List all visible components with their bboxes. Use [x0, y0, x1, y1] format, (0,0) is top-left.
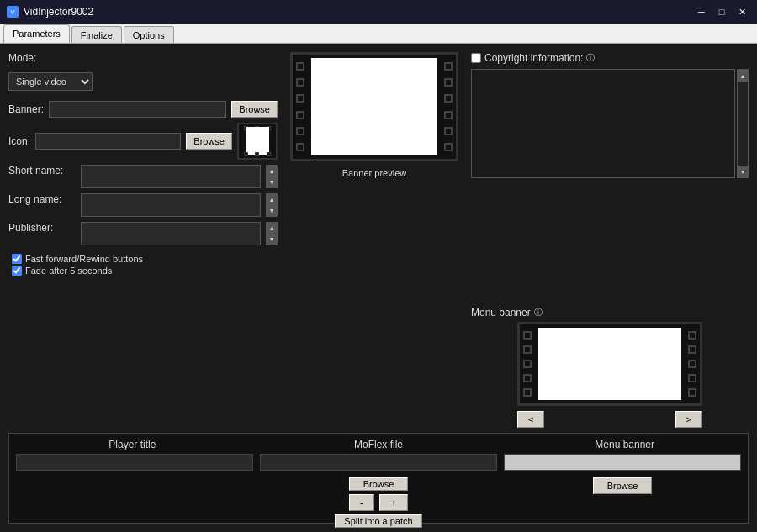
- icon-hole: [267, 152, 271, 156]
- film-hole: [296, 62, 304, 71]
- icon-browse-button[interactable]: Browse: [186, 133, 232, 150]
- minimize-button[interactable]: ─: [693, 5, 710, 18]
- icon-hole: [255, 152, 259, 156]
- scroll-down[interactable]: ▼: [267, 176, 277, 187]
- scroll-down[interactable]: ▼: [267, 234, 277, 245]
- tab-parameters[interactable]: Parameters: [3, 24, 70, 43]
- banner-browse-button[interactable]: Browse: [231, 101, 278, 118]
- moflex-header: MoFlex file: [256, 437, 502, 452]
- menu-banner-prev-button[interactable]: <: [517, 411, 544, 428]
- film-hole: [523, 331, 532, 340]
- right-panel: Copyright information: ⓘ ▲ ▼ Menu banner…: [471, 52, 749, 428]
- scroll-down[interactable]: ▼: [738, 166, 748, 177]
- film-hole: [296, 111, 304, 119]
- film-hole: [523, 345, 532, 354]
- scroll-up[interactable]: ▲: [738, 70, 748, 82]
- long-name-scrollbar[interactable]: ▲ ▼: [266, 193, 278, 217]
- moflex-content: Browse - + Split into a patch: [257, 474, 500, 521]
- short-name-label: Short name:: [8, 165, 76, 176]
- maximize-button[interactable]: □: [713, 5, 730, 18]
- split-patch-button[interactable]: Split into a patch: [335, 514, 421, 528]
- mode-select[interactable]: Single video Multiple videos: [8, 72, 93, 91]
- film-hole: [296, 94, 304, 103]
- menu-banner-col-header: Menu banner: [501, 437, 748, 452]
- film-content: [538, 328, 681, 400]
- short-name-scrollbar[interactable]: ▲ ▼: [266, 165, 278, 188]
- icon-preview: [237, 123, 278, 160]
- scroll-track: [738, 82, 748, 166]
- film-hole: [688, 331, 696, 340]
- moflex-browse-button[interactable]: Browse: [349, 477, 409, 491]
- banner-film-strip: [290, 52, 458, 161]
- film-hole: [444, 78, 453, 87]
- icon-label: Icon:: [8, 135, 30, 147]
- player-title-input[interactable]: [16, 454, 253, 471]
- menu-banner-content: Browse: [500, 474, 744, 521]
- film-hole: [523, 374, 532, 382]
- mode-label: Mode:: [8, 52, 36, 64]
- banner-label: Banner:: [8, 103, 44, 115]
- film-content: [311, 58, 437, 155]
- player-title-header: Player title: [9, 437, 256, 452]
- tab-options[interactable]: Options: [124, 26, 174, 43]
- film-holes-right: [444, 58, 453, 155]
- close-button[interactable]: ✕: [733, 5, 750, 18]
- banner-preview-label: Banner preview: [342, 168, 406, 178]
- bottom-section: Player title MoFlex file Menu banner Bro…: [8, 433, 749, 524]
- menu-banner-input[interactable]: [504, 454, 741, 471]
- fast-forward-checkbox[interactable]: [12, 254, 22, 264]
- icon-hole: [244, 152, 248, 156]
- main-content: Mode: Single video Multiple videos Banne…: [0, 44, 757, 532]
- mode-row: Mode:: [8, 52, 278, 64]
- film-hole: [523, 388, 532, 397]
- player-title-content: [13, 474, 257, 521]
- film-hole: [296, 127, 304, 135]
- plus-button[interactable]: +: [379, 494, 408, 511]
- icon-film-holes-bottom: [241, 152, 274, 156]
- long-name-row: Long name: ▲ ▼: [8, 193, 278, 217]
- short-name-input[interactable]: [81, 165, 261, 188]
- tab-finalize[interactable]: Finalize: [71, 26, 122, 43]
- publisher-scrollbar[interactable]: ▲ ▼: [266, 222, 278, 245]
- left-panel: Mode: Single video Multiple videos Banne…: [8, 52, 278, 428]
- long-name-input[interactable]: [81, 193, 261, 217]
- middle-panel: Banner preview: [286, 52, 463, 428]
- titlebar: V VidInjector9002 ─ □ ✕: [0, 0, 757, 24]
- menu-banner-section: Menu banner ⓘ: [471, 307, 749, 428]
- copyright-textarea[interactable]: [471, 69, 735, 178]
- publisher-input[interactable]: [81, 222, 261, 245]
- copyright-checkbox[interactable]: [471, 53, 481, 63]
- menu-banner-label: Menu banner: [471, 307, 531, 319]
- film-holes-left: [296, 58, 304, 155]
- film-holes-right: [688, 328, 696, 400]
- scroll-up[interactable]: ▲: [267, 223, 277, 234]
- titlebar-controls: ─ □ ✕: [693, 5, 750, 18]
- film-hole: [444, 143, 453, 151]
- copyright-label: Copyright information:: [484, 52, 583, 64]
- menu-banner-browse-button[interactable]: Browse: [593, 477, 653, 494]
- scroll-up[interactable]: ▲: [267, 194, 277, 205]
- fade-checkbox[interactable]: [12, 266, 22, 276]
- publisher-row: Publisher: ▲ ▼: [8, 222, 278, 245]
- moflex-input[interactable]: [260, 454, 497, 471]
- copyright-header: Copyright information: ⓘ: [471, 52, 749, 64]
- menu-banner-next-button[interactable]: >: [675, 411, 702, 428]
- plus-minus-controls: - +: [349, 494, 408, 511]
- fade-label: Fade after 5 seconds: [25, 266, 112, 276]
- fast-forward-label: Fast forward/Rewind buttons: [25, 254, 143, 264]
- film-hole: [296, 143, 304, 151]
- scroll-up[interactable]: ▲: [267, 166, 277, 176]
- film-holes-left: [523, 328, 532, 400]
- short-name-row: Short name: ▲ ▼: [8, 165, 278, 188]
- top-section: Mode: Single video Multiple videos Banne…: [8, 52, 749, 428]
- window-title: VidInjector9002: [24, 6, 93, 18]
- film-hole: [688, 374, 696, 382]
- film-hole: [444, 62, 453, 71]
- minus-button[interactable]: -: [349, 494, 374, 511]
- banner-row: Banner: Browse: [8, 101, 278, 118]
- film-hole: [523, 360, 532, 368]
- banner-input[interactable]: [49, 101, 226, 118]
- copyright-scrollbar[interactable]: ▲ ▼: [737, 69, 749, 178]
- scroll-down[interactable]: ▼: [267, 205, 277, 216]
- icon-input[interactable]: [35, 133, 181, 150]
